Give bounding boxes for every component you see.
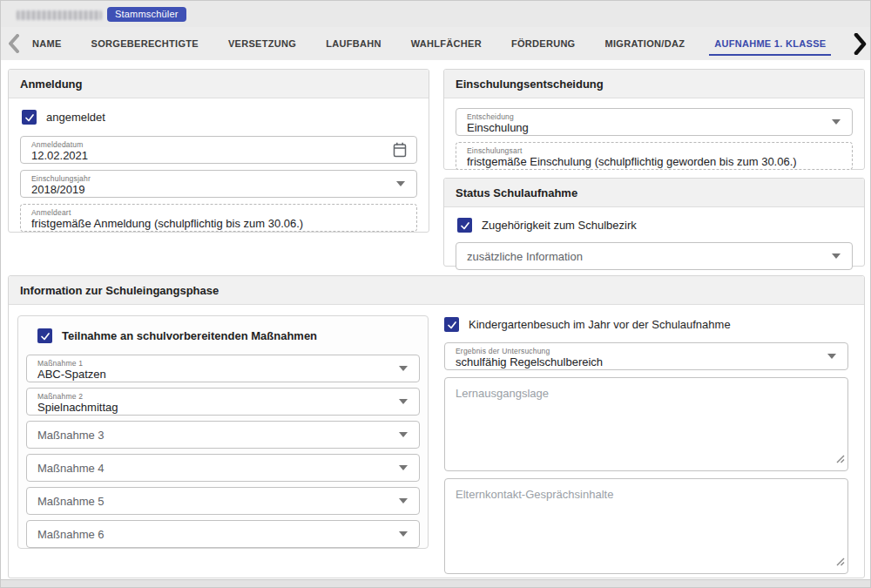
student-record-window: Stammschüler NAME SORGEBERECHTIGTE VERSE… xyxy=(0,0,871,588)
massnahme-2-label: Maßnahme 2 xyxy=(37,392,389,401)
resize-handle-icon[interactable] xyxy=(835,554,845,570)
einschulungsart-value: fristgemäße Einschulung (schulpflichtig … xyxy=(467,155,822,168)
chevron-down-icon xyxy=(832,119,841,125)
massnahme-2-select[interactable]: Maßnahme 2 Spielnachmittag xyxy=(26,388,420,416)
teilnahme-massnahmen-checkbox-label: Teilnahme an schulvorbereitenden Maßnahm… xyxy=(62,329,317,342)
tab-list: NAME SORGEBERECHTIGTE VERSETZUNG LAUFBAH… xyxy=(29,29,849,58)
calendar-icon[interactable] xyxy=(393,142,407,161)
chevron-down-icon xyxy=(396,181,405,186)
angemeldet-checkbox[interactable]: angemeldet xyxy=(22,110,417,125)
chevron-down-icon xyxy=(832,253,841,259)
zusaetzliche-information-select[interactable]: zusätzliche Information xyxy=(456,242,853,270)
entscheidung-label: Entscheidung xyxy=(467,112,822,121)
einschulungsart-readonly-field: Einschulungsart fristgemäße Einschulung … xyxy=(456,142,853,170)
massnahme-6-placeholder: Maßnahme 6 xyxy=(37,528,105,541)
massnahme-1-label: Maßnahme 1 xyxy=(37,359,389,368)
stammschueler-badge: Stammschüler xyxy=(107,7,186,22)
massnahme-5-select[interactable]: Maßnahme 5 xyxy=(26,487,420,515)
chevron-down-icon xyxy=(399,465,408,470)
chevron-down-icon xyxy=(399,531,408,537)
student-name-redacted xyxy=(17,10,102,20)
entscheidung-select[interactable]: Entscheidung Einschulung xyxy=(456,108,853,136)
massnahme-4-placeholder: Maßnahme 4 xyxy=(37,462,105,475)
kindergarten-column: Kindergartenbesuch im Jahr vor der Schul… xyxy=(444,315,848,574)
tab-bar: NAME SORGEBERECHTIGTE VERSETZUNG LAUFBAH… xyxy=(1,27,870,60)
schulvorbereitende-massnahmen-box: Teilnahme an schulvorbereitenden Maßnahm… xyxy=(17,315,429,549)
kindergartenbesuch-checkbox[interactable]: Kindergartenbesuch im Jahr vor der Schul… xyxy=(444,317,848,332)
zusaetzliche-information-placeholder: zusätzliche Information xyxy=(467,250,583,263)
kindergartenbesuch-checkbox-label: Kindergartenbesuch im Jahr vor der Schul… xyxy=(469,318,731,331)
student-header-bar: Stammschüler xyxy=(1,1,870,27)
tab-wahlfaecher[interactable]: WAHLFÄCHER xyxy=(408,29,485,58)
massnahme-4-select[interactable]: Maßnahme 4 xyxy=(26,454,420,482)
checkbox-checked-icon xyxy=(37,328,52,343)
ergebnis-untersuchung-value: schulfähig Regelschulbereich xyxy=(456,355,818,368)
einschulungsart-label: Einschulungsart xyxy=(467,146,822,155)
elternkontakt-textarea[interactable] xyxy=(444,478,848,574)
checkbox-checked-icon xyxy=(22,110,37,125)
tab-name[interactable]: NAME xyxy=(29,29,65,58)
status-schulaufnahme-panel-title: Status Schulaufnahme xyxy=(444,179,864,207)
chevron-down-icon xyxy=(399,366,408,371)
angemeldet-checkbox-label: angemeldet xyxy=(46,111,105,124)
schulbezirk-checkbox-label: Zugehörigkeit zum Schulbezirk xyxy=(482,219,637,232)
anmeldedatum-value: 12.02.2021 xyxy=(31,149,387,162)
chevron-down-icon xyxy=(827,354,836,359)
massnahme-3-placeholder: Maßnahme 3 xyxy=(37,429,105,442)
massnahme-1-select[interactable]: Maßnahme 1 ABC-Spatzen xyxy=(26,355,420,382)
anmeldeart-label: Anmeldeart xyxy=(31,208,387,217)
status-schulaufnahme-panel: Status Schulaufnahme Zugehörigkeit zum S… xyxy=(443,178,865,267)
tab-foerderung[interactable]: FÖRDERUNG xyxy=(508,29,579,58)
tab-sorgeberechtigte[interactable]: SORGEBERECHTIGTE xyxy=(88,29,202,58)
ergebnis-untersuchung-select[interactable]: Ergebnis der Untersuchung schulfähig Reg… xyxy=(444,342,848,370)
resize-handle-icon[interactable] xyxy=(835,451,845,467)
window-bottom-edge xyxy=(1,579,870,587)
tabs-scroll-right-icon[interactable] xyxy=(851,33,868,58)
einschulungsentscheidung-panel: Einschulungsentscheidung Entscheidung Ei… xyxy=(443,69,865,170)
einschulungsjahr-value: 2018/2019 xyxy=(31,183,387,196)
einschulungsentscheidung-panel-title: Einschulungsentscheidung xyxy=(444,70,864,98)
tab-versetzung[interactable]: VERSETZUNG xyxy=(225,29,300,58)
ergebnis-untersuchung-label: Ergebnis der Untersuchung xyxy=(456,347,818,355)
tabs-scroll-left-icon[interactable] xyxy=(8,34,20,53)
lernausgangslage-textarea[interactable] xyxy=(444,377,848,471)
checkbox-checked-icon xyxy=(444,317,459,332)
tab-migration-daz[interactable]: MIGRATION/DAZ xyxy=(601,29,688,58)
anmeldung-panel-title: Anmeldung xyxy=(9,70,429,98)
anmeldedatum-label: Anmeldedatum xyxy=(31,140,387,149)
schuleingangsphase-panel: Information zur Schuleingangsphase Teiln… xyxy=(8,275,865,578)
massnahme-6-select[interactable]: Maßnahme 6 xyxy=(26,520,420,548)
entscheidung-value: Einschulung xyxy=(467,121,822,134)
massnahme-5-placeholder: Maßnahme 5 xyxy=(37,495,105,508)
massnahme-2-value: Spielnachmittag xyxy=(37,401,389,414)
schulbezirk-checkbox[interactable]: Zugehörigkeit zum Schulbezirk xyxy=(457,218,853,233)
einschulungsjahr-select[interactable]: Einschulungsjahr 2018/2019 xyxy=(20,170,417,198)
massnahme-3-select[interactable]: Maßnahme 3 xyxy=(26,421,420,449)
chevron-down-icon xyxy=(399,498,408,504)
tab-laufbahn[interactable]: LAUFBAHN xyxy=(322,29,385,58)
einschulungsjahr-label: Einschulungsjahr xyxy=(31,174,387,183)
schuleingangsphase-panel-title: Information zur Schuleingangsphase xyxy=(9,276,864,305)
anmeldeart-readonly-field: Anmeldeart fristgemäße Anmeldung (schulp… xyxy=(20,204,417,232)
chevron-down-icon xyxy=(399,432,408,437)
teilnahme-massnahmen-checkbox[interactable]: Teilnahme an schulvorbereitenden Maßnahm… xyxy=(37,328,415,343)
massnahme-1-value: ABC-Spatzen xyxy=(37,368,389,381)
checkbox-checked-icon xyxy=(457,218,472,233)
anmeldedatum-date-field[interactable]: Anmeldedatum 12.02.2021 xyxy=(20,136,417,164)
chevron-down-icon xyxy=(399,399,408,404)
anmeldeart-value: fristgemäße Anmeldung (schulpflichtig bi… xyxy=(31,217,387,230)
tab-aufnahme-1-klasse[interactable]: AUFNAHME 1. KLASSE xyxy=(711,29,829,58)
anmeldung-panel: Anmeldung angemeldet Anmeldedatum 12.02.… xyxy=(8,69,429,233)
